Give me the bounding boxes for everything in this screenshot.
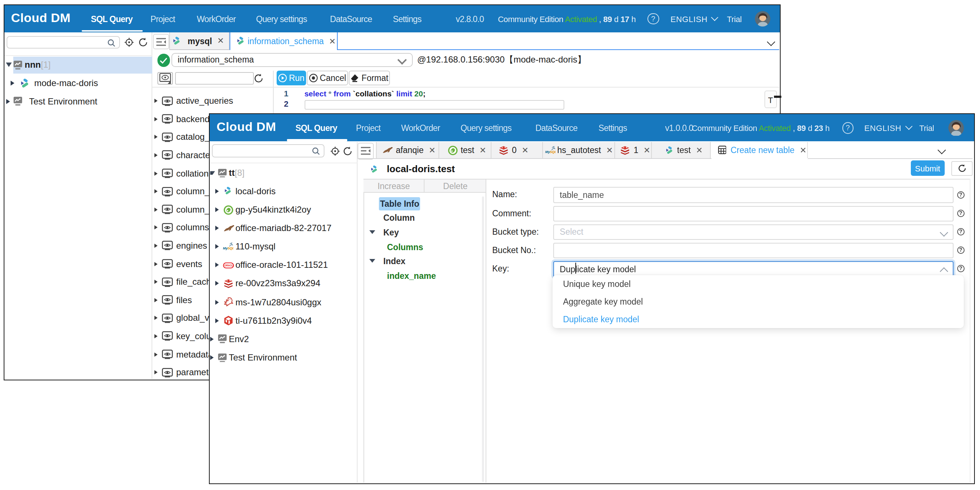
svg-text:SQL: SQL [228, 246, 233, 250]
svg-text:SQL: SQL [550, 150, 556, 154]
svg-text:ORACLE: ORACLE [225, 264, 234, 267]
